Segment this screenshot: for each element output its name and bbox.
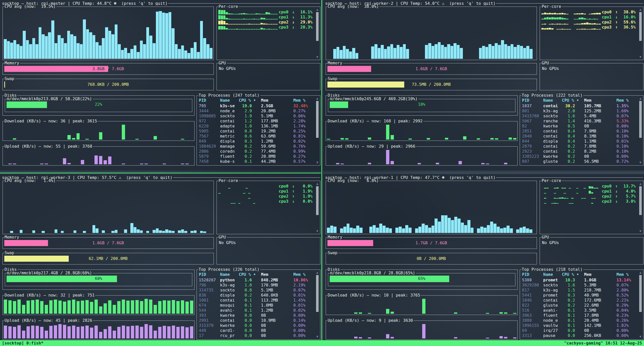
scroll-up-icon[interactable]: ▲ [639, 271, 641, 274]
scroll-down-icon[interactable]: ▼ [316, 161, 318, 164]
process-row[interactable]: 314735sockto0.85.1MB0.07% [199, 288, 314, 293]
process-row[interactable]: 393kworke0.00B0.00% [199, 313, 314, 318]
tmux-vertical-divider[interactable] [321, 0, 322, 340]
process-row[interactable]: 1520267python1.6848.2MB10.86% [199, 278, 314, 283]
process-row[interactable]: 2879contai0.27.8MB0.10% [522, 144, 637, 149]
scroll-up-icon[interactable]: ▲ [639, 8, 641, 11]
process-row[interactable]: 5905contai0.819.2MB0.25% [199, 129, 314, 134]
process-row[interactable]: 7458kube-s0.144.2MB0.57% [199, 159, 314, 164]
scroll-up-icon[interactable]: ▲ [639, 97, 641, 100]
scroll-thumb[interactable] [316, 275, 319, 312]
col-header-mem-pct[interactable]: Mem % [293, 272, 314, 277]
scroll-thumb[interactable] [316, 186, 319, 215]
process-row[interactable]: 17rcu_pr0.00B0.00% [199, 333, 314, 338]
process-scrollbar[interactable]: ▲ ▼ [315, 271, 319, 338]
process-row[interactable]: 516avahi-0.13.5MB0.04% [522, 308, 637, 313]
scroll-thumb[interactable] [639, 12, 642, 41]
process-row[interactable]: 795k3s-se19.02.5GB32.48% [199, 103, 314, 109]
col-header-pid[interactable]: PID [522, 98, 543, 103]
process-row[interactable]: 1896155vaultw0.1142.1MB1.82% [522, 323, 637, 328]
process-row[interactable]: 844displa0.41.1MB0.01% [522, 139, 637, 144]
scroll-up-icon[interactable]: ▲ [316, 97, 318, 100]
col-header-mem[interactable]: Mem [261, 98, 293, 103]
process-row[interactable]: 1046contai0.2172.6MB2.21% [522, 298, 637, 303]
process-row[interactable]: 1998005sockto1.95.1MB0.06% [199, 114, 314, 119]
process-row[interactable]: 801k3s-ag2.0125.2MB1.60% [522, 109, 637, 114]
process-row[interactable]: 2923contai0.28.2MB0.10% [522, 149, 637, 154]
scroll-thumb[interactable] [316, 12, 319, 41]
scroll-up-icon[interactable]: ▲ [639, 182, 641, 185]
process-row[interactable]: 6220adapte1.0136.1MB1.74% [199, 124, 314, 129]
scroll-down-icon[interactable]: ▼ [316, 229, 318, 233]
per-core-scrollbar[interactable]: ▲ ▼ [638, 8, 642, 59]
tmux-horizontal-divider-right[interactable] [323, 173, 644, 173]
col-header-cpu[interactable]: CPU % • [562, 272, 584, 277]
process-row[interactable]: 972contai1.2177.8MB2.28% [199, 119, 314, 124]
scroll-thumb[interactable] [639, 275, 642, 312]
process-row[interactable]: 5380promet10.31.0GB13.14% [522, 278, 637, 283]
process-row[interactable]: 5441promet0.340.9MB0.52% [522, 293, 637, 298]
scroll-down-icon[interactable]: ▼ [316, 55, 318, 59]
process-row[interactable]: 849displa0.31.2MB0.02% [199, 139, 314, 144]
scroll-up-icon[interactable]: ▲ [316, 271, 318, 274]
scroll-thumb[interactable] [316, 101, 319, 138]
process-scrollbar[interactable]: ▲ ▼ [638, 271, 642, 338]
col-header-cpu[interactable]: CPU % • [562, 98, 584, 103]
col-header-cpu[interactable]: CPU % • [239, 98, 261, 103]
process-row[interactable]: 82kworke0.50B0.00% [522, 124, 637, 129]
process-row[interactable]: 3313pause0.0256.0KB0.00% [522, 333, 637, 338]
process-row[interactable]: 3963fluent0.117.8MB0.23% [522, 313, 637, 318]
col-header-mem[interactable]: Mem [584, 98, 616, 103]
tmux-window-tab[interactable]: [socktop] 0:fish* [2, 341, 43, 345]
process-row[interactable]: 7567metric0.663.6MB0.81% [199, 134, 314, 139]
process-row[interactable]: 3385223kworke0.20B0.00% [522, 154, 637, 159]
scroll-down-icon[interactable]: ▼ [316, 335, 318, 338]
col-header-pid[interactable]: PID [199, 272, 220, 277]
process-row[interactable]: 5879fluent0.220.8MB0.27% [199, 154, 314, 159]
col-header-name[interactable]: Name [543, 98, 562, 103]
process-scrollbar[interactable]: ▲ ▼ [638, 97, 642, 164]
per-core-scrollbar[interactable]: ▲ ▼ [315, 8, 319, 59]
process-row[interactable]: 1037contai30.2105.7MB1.35% [522, 103, 637, 109]
per-core-scrollbar[interactable]: ▲ ▼ [638, 182, 642, 233]
process-row[interactable]: 3415788sockto1.65.4MB0.07% [522, 114, 637, 119]
process-row[interactable]: 674mosqui0.11.0MB0.01% [199, 303, 314, 308]
process-row[interactable]: 3029280sockto1.65.3MB0.07% [522, 283, 637, 288]
scroll-down-icon[interactable]: ▼ [639, 161, 641, 164]
col-header-mem-pct[interactable]: Mem % [293, 98, 314, 103]
process-row[interactable]: 2851contai0.47.9MB0.10% [522, 129, 637, 134]
col-header-mem-pct[interactable]: Mem % [616, 272, 637, 277]
process-row[interactable]: 807gluste0.256.5MB0.72% [522, 159, 637, 164]
scroll-up-icon[interactable]: ▲ [316, 182, 318, 185]
process-scrollbar[interactable]: ▲ ▼ [315, 97, 319, 164]
process-row[interactable]: 544avahi-0.11.2MB0.02% [199, 308, 314, 313]
col-header-mem[interactable]: Mem [261, 272, 293, 277]
col-header-name[interactable]: Name [220, 272, 239, 277]
process-row[interactable]: 3444node_e2.920.8MB0.27% [199, 109, 314, 114]
process-row[interactable]: 315379kworke0.00B0.00% [199, 323, 314, 328]
col-header-mem-pct[interactable]: Mem % [616, 98, 637, 103]
scroll-down-icon[interactable]: ▼ [639, 55, 641, 59]
process-row[interactable]: 796k3s-ag1.0170.9MB2.19% [199, 283, 314, 288]
col-header-name[interactable]: Name [220, 98, 239, 103]
col-header-mem[interactable]: Mem [584, 272, 616, 277]
process-row[interactable]: 2840contai0.48.1MB0.10% [522, 134, 637, 139]
process-row[interactable]: 817k3s-ag1.5218.7MB2.80% [522, 288, 637, 293]
scroll-up-icon[interactable]: ▲ [316, 8, 318, 11]
per-core-scrollbar[interactable]: ▲ ▼ [315, 182, 319, 233]
scroll-thumb[interactable] [639, 186, 642, 215]
tmux-horizontal-divider-left[interactable] [0, 173, 321, 173]
scroll-thumb[interactable] [639, 101, 642, 138]
process-row[interactable]: 2806coredn0.277.4MB0.99% [199, 149, 314, 154]
process-row[interactable]: 2991contai0.010.9MB0.14% [199, 318, 314, 323]
col-header-pid[interactable]: PID [199, 98, 220, 103]
col-header-cpu[interactable]: CPU % • [239, 272, 261, 277]
col-header-name[interactable]: Name [543, 272, 562, 277]
col-header-pid[interactable]: PID [522, 272, 543, 277]
process-row[interactable]: 822gluste0.222.6MB0.29% [522, 303, 637, 308]
process-row[interactable]: 5067ranche1.4416.3MB5.33% [522, 119, 637, 124]
scroll-down-icon[interactable]: ▼ [639, 335, 641, 338]
process-row[interactable]: 836displa0.2640.0KB0.01% [199, 293, 314, 298]
process-row[interactable]: 1001contai0.1113.2MB1.45% [199, 298, 314, 303]
process-row[interactable]: 69irq/270.00B0.00% [522, 328, 637, 333]
